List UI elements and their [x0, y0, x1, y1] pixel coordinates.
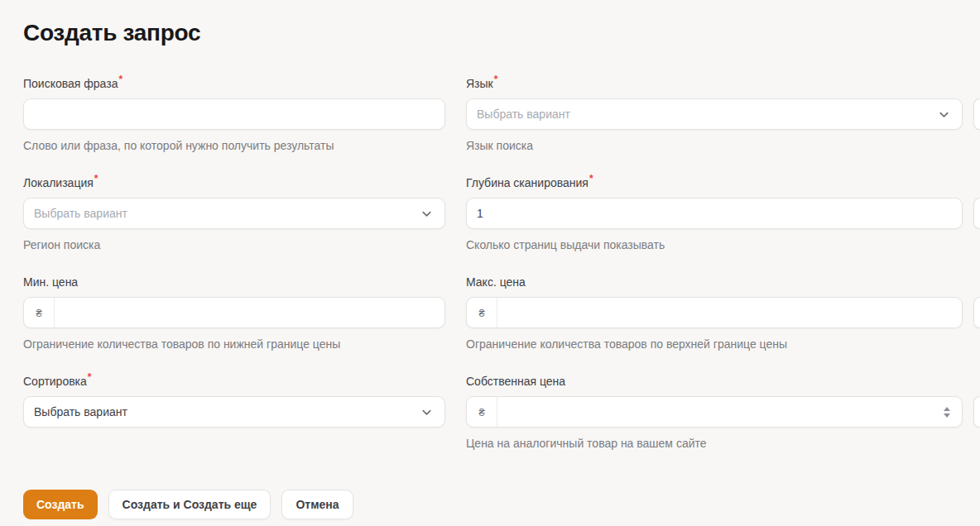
field-sorting: Сортировка* Выбрать вариант: [23, 373, 445, 428]
localization-label: Локализация: [23, 176, 94, 189]
create-button[interactable]: Создать: [23, 490, 98, 519]
sorting-select-value: Выбрать вариант: [34, 405, 127, 418]
cut-off-input-fragment: [973, 396, 980, 428]
number-stepper[interactable]: [944, 407, 962, 418]
search-phrase-input[interactable]: [24, 99, 444, 129]
field-max-price: Макс. цена ₴ Ограничение количества това…: [466, 274, 963, 352]
field-scan-depth: Глубина сканирования* Сколько страниц вы…: [466, 175, 963, 253]
own-price-label: Собственная цена: [466, 375, 565, 388]
scan-depth-input-wrapper: [466, 198, 963, 229]
localization-helper: Регион поиска: [23, 237, 445, 253]
cut-off-input-fragment: [973, 297, 980, 328]
language-helper: Язык поиска: [466, 137, 963, 154]
required-marker: *: [494, 74, 498, 85]
form-content: Создать запрос Поисковая фраза* Слово ил…: [23, 21, 963, 519]
max-price-label: Макс. цена: [466, 275, 526, 289]
page-title: Создать запрос: [23, 21, 963, 45]
field-own-price: Собственная цена ₴ Цена на аналогичный т…: [466, 373, 963, 452]
currency-hryvnia-prefix: ₴: [467, 397, 497, 427]
max-price-helper: Ограничение количества товаров по верхне…: [466, 336, 963, 352]
language-select[interactable]: Выбрать вариант: [466, 98, 963, 130]
search-phrase-helper: Слово или фраза, по которой нужно получи…: [23, 137, 445, 154]
chevron-down-icon: [938, 108, 950, 121]
min-price-input[interactable]: [55, 298, 444, 328]
sorting-select[interactable]: Выбрать вариант: [23, 396, 445, 428]
own-price-input[interactable]: [497, 397, 944, 427]
own-price-input-wrapper: ₴: [466, 396, 963, 428]
scan-depth-helper: Сколько страниц выдачи показывать: [466, 237, 963, 253]
language-select-placeholder: Выбрать вариант: [477, 108, 570, 121]
search-phrase-input-wrapper: [23, 98, 445, 130]
currency-hryvnia-prefix: ₴: [24, 298, 55, 328]
localization-select-placeholder: Выбрать вариант: [34, 207, 127, 220]
scan-depth-input[interactable]: [467, 198, 962, 228]
chevron-down-icon: [420, 208, 433, 220]
required-marker: *: [118, 74, 122, 85]
search-phrase-label: Поисковая фраза: [23, 77, 118, 90]
create-and-create-another-button[interactable]: Создать и Создать еще: [108, 490, 271, 519]
max-price-input[interactable]: [497, 298, 962, 328]
own-price-helper: Цена на аналогичный товар на вашем сайте: [466, 435, 963, 452]
min-price-helper: Ограничение количества товаров по нижней…: [23, 336, 445, 352]
field-language: Язык* Выбрать вариант Язык поиска: [466, 75, 963, 154]
field-min-price: Мин. цена ₴ Ограничение количества товар…: [23, 274, 445, 352]
field-search-phrase: Поисковая фраза* Слово или фраза, по кот…: [23, 75, 445, 154]
localization-select[interactable]: Выбрать вариант: [23, 198, 445, 229]
form-grid: Поисковая фраза* Слово или фраза, по кот…: [23, 75, 963, 472]
currency-hryvnia-prefix: ₴: [467, 298, 497, 328]
chevron-down-icon: [420, 406, 433, 418]
field-localization: Локализация* Выбрать вариант Регион поис…: [23, 175, 445, 253]
max-price-input-wrapper: ₴: [466, 297, 963, 328]
min-price-input-wrapper: ₴: [23, 297, 445, 328]
language-label: Язык: [466, 77, 493, 90]
cancel-button[interactable]: Отмена: [281, 490, 353, 519]
min-price-label: Мин. цена: [23, 275, 78, 289]
required-marker: *: [589, 173, 593, 184]
cut-off-input-fragment: [973, 198, 980, 229]
form-actions: Создать Создать и Создать еще Отмена: [23, 490, 963, 519]
create-request-page: Создать запрос Поисковая фраза* Слово ил…: [0, 0, 980, 526]
required-marker: *: [88, 371, 92, 383]
required-marker: *: [94, 173, 98, 184]
stepper-down-icon[interactable]: [944, 414, 950, 418]
scan-depth-label: Глубина сканирования: [466, 176, 588, 189]
sorting-label: Сортировка: [23, 375, 87, 388]
cut-off-input-fragment: [973, 98, 980, 130]
stepper-up-icon[interactable]: [944, 407, 950, 411]
